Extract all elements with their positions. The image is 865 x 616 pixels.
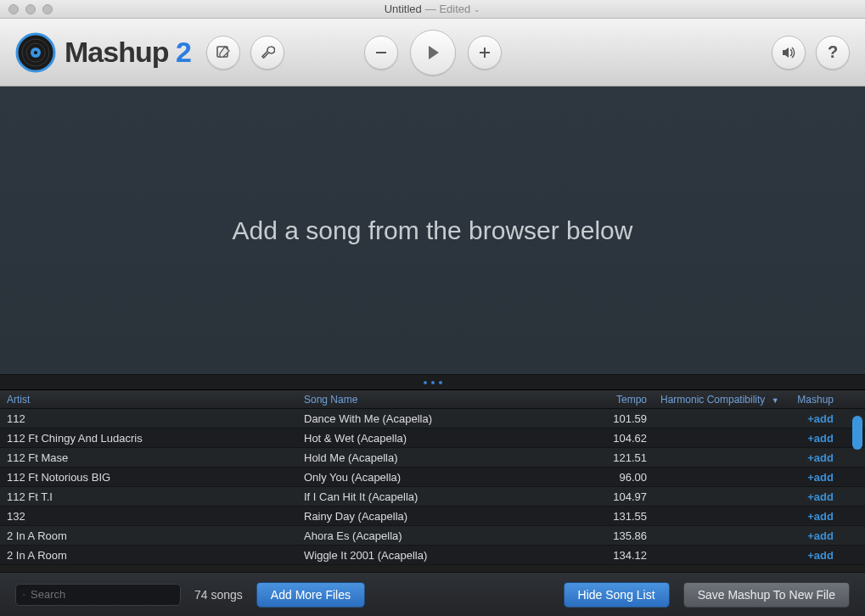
hide-song-list-button[interactable]: Hide Song List — [564, 582, 670, 608]
song-count: 74 songs — [194, 588, 243, 602]
add-song-button[interactable]: +add — [807, 549, 834, 562]
app-logo: Mashup 2 — [15, 32, 191, 73]
cell-tempo: 121.51 — [586, 451, 654, 464]
question-icon: ? — [828, 42, 838, 62]
col-tempo-header[interactable]: Tempo — [586, 394, 654, 406]
zoom-window-button[interactable] — [42, 4, 53, 14]
search-input[interactable] — [31, 588, 173, 601]
scrollbar-thumb[interactable] — [852, 416, 862, 450]
save-mashup-button[interactable]: Save Mashup To New File — [683, 582, 850, 608]
cell-song: Rainy Day (Acapella) — [297, 510, 586, 523]
cell-artist: 112 Ft Mase — [0, 451, 297, 464]
minus-icon — [374, 45, 389, 60]
cell-artist: 112 Ft Notorious BIG — [0, 471, 297, 484]
cell-artist: 2 In A Room — [0, 529, 297, 542]
cell-tempo: 135.86 — [586, 529, 654, 542]
cell-artist: 2 In A Room — [0, 549, 297, 562]
table-row[interactable]: 112 Ft Chingy And LudacrisHot & Wet (Aca… — [0, 428, 865, 448]
wrench-icon — [260, 45, 275, 60]
col-mashup-header[interactable]: Mashup — [789, 394, 849, 406]
cell-artist: 112 Ft T.I — [0, 490, 297, 503]
footer-bar: 74 songs Add More Files Hide Song List S… — [0, 572, 865, 616]
volume-button[interactable] — [772, 36, 806, 70]
table-row[interactable]: 2 In A RoomAhora Es (Acapella)135.86+add — [0, 526, 865, 546]
col-artist-header[interactable]: Artist — [0, 394, 297, 406]
zoom-out-button[interactable] — [364, 36, 398, 70]
add-song-button[interactable]: +add — [807, 471, 834, 484]
edit-button[interactable] — [206, 36, 240, 70]
col-songname-header[interactable]: Song Name — [297, 394, 586, 406]
play-icon — [424, 43, 442, 62]
window-controls — [8, 4, 53, 14]
titlebar: Untitled — Edited ⌄ — [0, 0, 865, 19]
title-text: Untitled — [385, 3, 422, 15]
svg-point-10 — [23, 593, 25, 595]
add-song-button[interactable]: +add — [807, 490, 834, 503]
close-window-button[interactable] — [8, 4, 19, 14]
search-icon — [23, 589, 25, 601]
toolbar: Mashup 2 — [0, 19, 865, 87]
table-row[interactable]: 132Rainy Day (Acapella)131.55+add — [0, 507, 865, 526]
table-body: 112Dance With Me (Acapella)101.59+add112… — [0, 409, 865, 565]
cell-song: Wiggle It 2001 (Acapella) — [297, 549, 586, 562]
add-song-button[interactable]: +add — [807, 529, 834, 542]
cell-song: Hot & Wet (Acapella) — [297, 432, 586, 445]
table-row[interactable]: 112 Ft Notorious BIGOnly You (Acapella)9… — [0, 468, 865, 487]
song-table: Artist Song Name Tempo Harmonic Compatib… — [0, 390, 865, 565]
play-button[interactable] — [410, 30, 456, 76]
cell-tempo: 101.59 — [586, 412, 654, 425]
minimize-window-button[interactable] — [25, 4, 36, 14]
table-row[interactable]: 112Dance With Me (Acapella)101.59+add — [0, 409, 865, 428]
cell-tempo: 104.62 — [586, 432, 654, 445]
workspace-message: Add a song from the browser below — [233, 216, 633, 245]
title-status: — Edited — [425, 3, 470, 15]
speaker-icon — [780, 44, 797, 61]
vinyl-record-icon — [15, 32, 56, 73]
cell-song: Dance With Me (Acapella) — [297, 412, 586, 425]
plus-icon — [477, 45, 492, 60]
table-row[interactable]: 112 Ft MaseHold Me (Acapella)121.51+add — [0, 448, 865, 468]
sort-desc-icon: ▼ — [772, 396, 779, 405]
workspace-drop-area[interactable]: Add a song from the browser below — [0, 87, 865, 375]
cell-song: Hold Me (Acapella) — [297, 451, 586, 464]
settings-button[interactable] — [250, 36, 284, 70]
cell-song: Only You (Acapella) — [297, 471, 586, 484]
col-harmonic-header[interactable]: Harmonic Compatibility ▼ — [654, 394, 789, 406]
cell-artist: 112 Ft Chingy And Ludacris — [0, 432, 297, 445]
table-row[interactable]: 112 Ft T.IIf I Can Hit It (Acapella)104.… — [0, 487, 865, 507]
cell-song: Ahora Es (Acapella) — [297, 529, 586, 542]
add-song-button[interactable]: +add — [807, 510, 834, 523]
cell-tempo: 104.97 — [586, 490, 654, 503]
cell-tempo: 96.00 — [586, 471, 654, 484]
add-song-button[interactable]: +add — [807, 451, 834, 464]
cell-song: If I Can Hit It (Acapella) — [297, 490, 586, 503]
cell-tempo: 134.12 — [586, 549, 654, 562]
svg-point-5 — [34, 51, 37, 54]
panel-drag-handle[interactable] — [0, 375, 865, 390]
app-name: Mashup 2 — [65, 36, 191, 69]
help-button[interactable]: ? — [816, 36, 850, 70]
chevron-down-icon: ⌄ — [474, 5, 480, 14]
svg-rect-9 — [484, 48, 486, 58]
cell-artist: 112 — [0, 412, 297, 425]
table-row[interactable]: 2 In A RoomWiggle It 2001 (Acapella)134.… — [0, 546, 865, 565]
window-title[interactable]: Untitled — Edited ⌄ — [385, 3, 481, 15]
search-field[interactable] — [15, 584, 181, 606]
zoom-in-button[interactable] — [468, 36, 502, 70]
table-header: Artist Song Name Tempo Harmonic Compatib… — [0, 390, 865, 409]
svg-line-11 — [25, 595, 25, 596]
compose-icon — [216, 45, 231, 60]
add-song-button[interactable]: +add — [807, 412, 834, 425]
add-song-button[interactable]: +add — [807, 432, 834, 445]
svg-rect-7 — [376, 52, 386, 53]
cell-tempo: 131.55 — [586, 510, 654, 523]
cell-artist: 132 — [0, 510, 297, 523]
add-more-files-button[interactable]: Add More Files — [256, 582, 365, 608]
